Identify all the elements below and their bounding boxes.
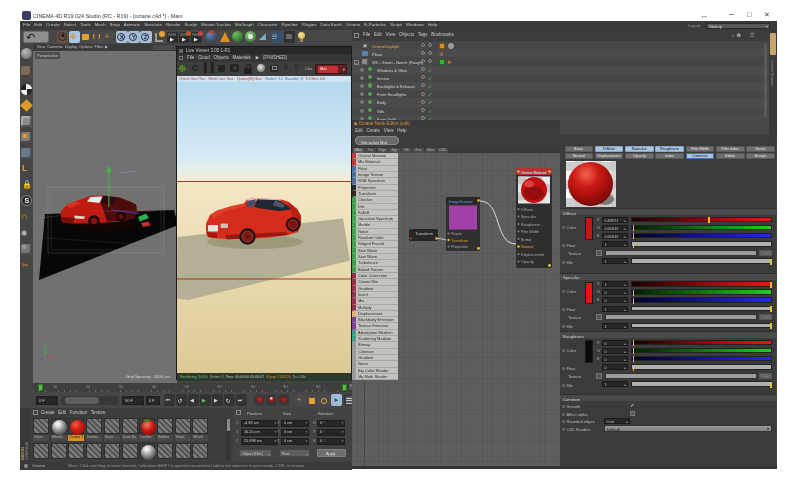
svg-text:Bump: Bump — [521, 238, 531, 242]
svg-text:Displacement: Displacement — [521, 253, 545, 257]
svg-text:Film Width: Film Width — [521, 230, 539, 234]
svg-text:Transform: Transform — [451, 239, 468, 243]
svg-text:Diffuse: Diffuse — [521, 208, 533, 212]
svg-text:Opacity: Opacity — [521, 260, 534, 264]
svg-text:ImageTexture: ImageTexture — [449, 199, 474, 204]
svg-text:Projection: Projection — [451, 245, 468, 249]
svg-text:Power: Power — [451, 232, 462, 236]
svg-text:Normal: Normal — [521, 245, 533, 249]
svg-text:Grid Spacing : 1000 cm: Grid Spacing : 1000 cm — [126, 374, 170, 379]
svg-text:Transform: Transform — [415, 231, 434, 236]
svg-text:Octane Material: Octane Material — [521, 171, 547, 175]
svg-text:Roughness: Roughness — [521, 223, 540, 227]
svg-text:Specular: Specular — [521, 215, 537, 219]
